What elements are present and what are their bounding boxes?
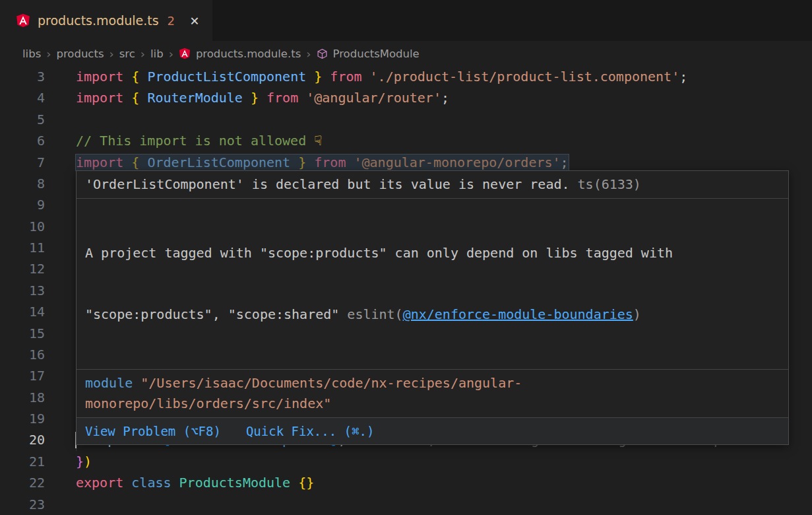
angular-icon [179, 48, 191, 59]
line-number[interactable]: 8 [0, 173, 45, 194]
code-line: 5 [0, 109, 812, 130]
line-content[interactable]: import { RouterModule } from '@angular/r… [76, 87, 812, 108]
ts-source: ts(6133) [578, 176, 641, 192]
line-number[interactable]: 7 [0, 152, 45, 173]
line-number[interactable]: 16 [0, 344, 45, 365]
line-number[interactable]: 14 [0, 301, 45, 322]
tab-bar: products.module.ts 2 × [0, 0, 812, 41]
ts-message-text: 'OrderListComponent' is declared but its… [85, 176, 570, 192]
module-symbol-icon [317, 48, 328, 59]
line-number[interactable]: 12 [0, 258, 45, 279]
line-content[interactable]: }) [76, 451, 812, 472]
code-line: 4import { RouterModule } from '@angular/… [0, 87, 812, 108]
line-number[interactable]: 21 [0, 451, 45, 472]
angular-icon [16, 13, 30, 28]
line-content[interactable]: export class ProductsModule {} [76, 472, 812, 493]
editor: 3import { ProductListComponent } from '.… [0, 66, 812, 515]
breadcrumb-separator: › [141, 47, 145, 61]
eslint-scopes-text: "scope:products", "scope:shared" [85, 306, 347, 322]
line-content[interactable] [76, 494, 812, 515]
breadcrumb-item-src[interactable]: src [119, 48, 135, 60]
line-number[interactable]: 9 [0, 194, 45, 215]
tab-products-module[interactable]: products.module.ts 2 × [0, 0, 212, 41]
module-path-line2: monorepo/libs/orders/src/index" [85, 395, 331, 411]
line-number[interactable]: 20 [0, 429, 45, 450]
eslint-message-line1: A project tagged with "scope:products" c… [85, 243, 780, 263]
hover-popup: 'OrderListComponent' is declared but its… [76, 170, 789, 445]
quick-fix-link[interactable]: Quick Fix... (⌘.) [246, 422, 374, 440]
line-number[interactable]: 17 [0, 365, 45, 386]
breadcrumb-item-products[interactable]: products [56, 48, 104, 60]
breadcrumb-item-lib[interactable]: lib [150, 48, 164, 60]
breadcrumb-item-libs[interactable]: libs [22, 48, 41, 60]
breadcrumb-separator: › [109, 47, 114, 61]
line-content[interactable] [76, 109, 812, 130]
code-line: 23 [0, 494, 812, 515]
breadcrumb-item-file[interactable]: products.module.ts [196, 48, 301, 60]
hover-message-eslint: A project tagged with "scope:products" c… [77, 199, 788, 369]
code-line: 3import { ProductListComponent } from '.… [0, 66, 812, 87]
line-number[interactable]: 13 [0, 280, 45, 301]
close-icon[interactable]: × [190, 13, 199, 28]
breadcrumb-separator: › [306, 47, 311, 61]
hover-actions: View Problem (⌥F8) Quick Fix... (⌘.) [77, 418, 788, 444]
breadcrumb-separator: › [46, 47, 51, 61]
eslint-source-close: ) [633, 306, 641, 322]
line-number[interactable]: 4 [0, 87, 45, 108]
line-number[interactable]: 3 [0, 66, 45, 87]
eslint-rule-link[interactable]: @nx/enforce-module-boundaries [403, 306, 633, 322]
line-number[interactable]: 23 [0, 494, 45, 515]
module-keyword: module [85, 375, 133, 391]
line-number[interactable]: 6 [0, 130, 45, 151]
module-path-line1: "/Users/isaac/Documents/code/nx-recipes/… [133, 375, 522, 391]
line-number[interactable]: 15 [0, 323, 45, 344]
view-problem-link[interactable]: View Problem (⌥F8) [85, 422, 221, 440]
breadcrumb-separator: › [169, 47, 173, 61]
line-number[interactable]: 19 [0, 408, 45, 429]
eslint-message-line2: "scope:products", "scope:shared" eslint(… [85, 304, 780, 325]
breadcrumb-item-symbol[interactable]: ProductsModule [333, 48, 420, 60]
hover-module-path: module "/Users/isaac/Documents/code/nx-r… [77, 370, 788, 417]
eslint-source-open: eslint( [347, 306, 402, 322]
code-line: 6// This import is not allowed ☟ [0, 130, 812, 151]
line-content[interactable]: // This import is not allowed ☟ [76, 130, 812, 151]
tab-title: products.module.ts [38, 13, 159, 28]
line-number[interactable]: 11 [0, 237, 45, 258]
line-number[interactable]: 22 [0, 472, 45, 493]
code-line: 21}) [0, 451, 812, 472]
line-number[interactable]: 10 [0, 216, 45, 237]
line-number[interactable]: 18 [0, 387, 45, 408]
error-squiggle-statement[interactable]: import { OrderListComponent } from '@ang… [76, 154, 569, 170]
tab-problem-badge: 2 [168, 14, 175, 28]
line-content[interactable]: import { ProductListComponent } from './… [76, 66, 812, 87]
breadcrumb: libs › products › src › lib › products.m… [0, 41, 812, 66]
line-number[interactable]: 5 [0, 109, 45, 130]
hover-message-ts: 'OrderListComponent' is declared but its… [77, 171, 788, 198]
code-line: 22export class ProductsModule {} [0, 472, 812, 493]
